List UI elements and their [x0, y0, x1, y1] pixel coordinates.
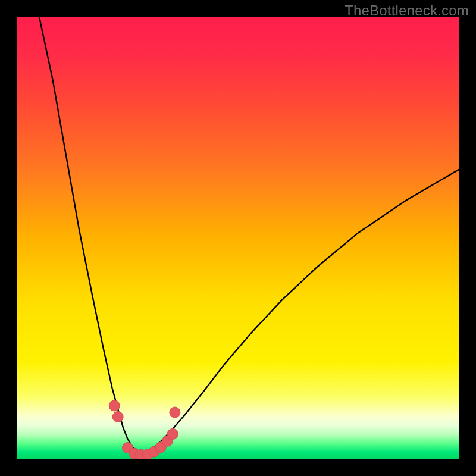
chart-frame: TheBottleneck.com	[0, 0, 476, 476]
curve-layer	[17, 17, 459, 459]
marker-group	[109, 400, 180, 459]
watermark-text: TheBottleneck.com	[345, 2, 469, 19]
data-marker	[112, 412, 123, 422]
plot-area	[17, 17, 459, 459]
v-curve	[39, 17, 459, 455]
data-marker	[109, 400, 120, 411]
data-marker	[167, 428, 178, 439]
data-marker	[170, 407, 180, 418]
